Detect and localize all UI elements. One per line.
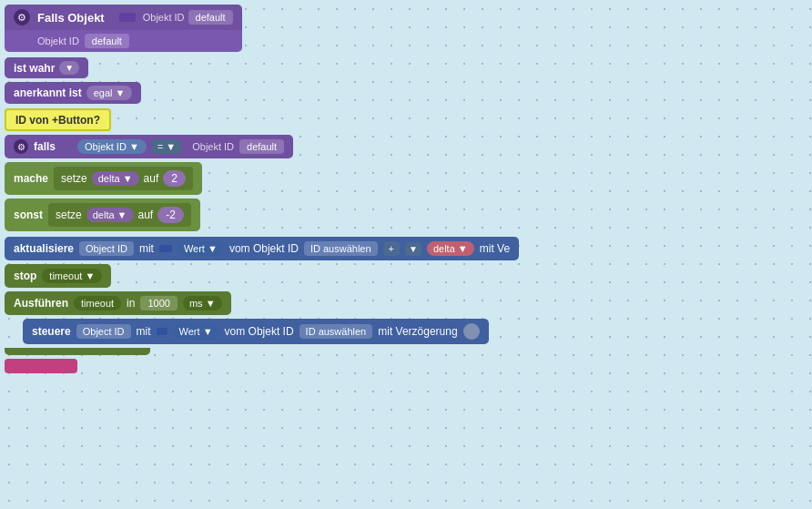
ausfuehren-timeout[interactable]: timeout [74, 296, 121, 310]
sonst-label: sonst [14, 209, 43, 221]
steuere-wert[interactable]: Wert ▼ [173, 324, 219, 339]
aktualisiere-vom: vom Objekt ID [229, 242, 299, 255]
objekt-id-label-1: Objekt ID [143, 12, 185, 23]
steuere-label: steuere [32, 325, 71, 338]
bottom-green-bar [5, 348, 519, 355]
mache-delta[interactable]: delta ▼ [92, 171, 139, 186]
aktualisiere-mit: mit [139, 242, 154, 255]
anerkannt-value[interactable]: egal ▼ [86, 86, 133, 100]
falls-objekt-id-badge[interactable]: Objekt ID ▼ [77, 139, 147, 154]
aktualisiere-mit-ve: mit Ve [480, 242, 510, 255]
aktualisiere-row: aktualisiere Object ID mit Wert ▼ vom Ob… [5, 237, 519, 260]
aktualisiere-id-auswaehlen[interactable]: ID auswählen [304, 241, 378, 256]
aktualisiere-label: aktualisiere [14, 242, 74, 255]
ausfuehren-ms[interactable]: ms ▼ [183, 296, 222, 310]
mache-row: mache setze delta ▼ auf 2 [5, 162, 519, 195]
ausfuehren-label: Ausführen [14, 297, 68, 310]
main-canvas: ⚙ Falls Objekt Objekt ID default Objekt … [5, 5, 519, 373]
stop-row: stop timeout ▼ [5, 264, 519, 288]
mache-label: mache [14, 172, 48, 185]
steuere-row: steuere Object ID mit Wert ▼ vom Objekt … [23, 319, 519, 344]
steuere-mit: mit [137, 325, 151, 338]
falls-eq-badge[interactable]: = ▼ [152, 139, 181, 154]
stop-timeout[interactable]: timeout ▼ [42, 269, 102, 283]
stop-label: stop [14, 270, 36, 282]
gear-icon[interactable]: ⚙ [14, 9, 30, 25]
default-badge-1[interactable]: default [188, 10, 233, 25]
falls-gear-icon[interactable]: ⚙ [14, 139, 28, 154]
anerkannt-label: anerkannt ist [14, 87, 82, 99]
mache-value[interactable]: 2 [163, 170, 186, 187]
sonst-row: sonst setze delta ▼ auf -2 [5, 199, 519, 231]
ausfuehren-row: Ausführen timeout in 1000 ms ▼ [5, 291, 519, 315]
ausfuehren-in: in [127, 297, 135, 310]
steuere-vom: vom Objekt ID [225, 325, 294, 338]
mache-setze: setze [61, 172, 87, 185]
steuere-id-auswaehlen[interactable]: ID auswählen [299, 324, 373, 339]
sonst-delta[interactable]: delta ▼ [86, 208, 134, 222]
ausfuehren-value[interactable]: 1000 [140, 296, 177, 310]
objekt-id-label-2: Objekt ID [37, 36, 79, 46]
steuere-object-id[interactable]: Object ID [76, 324, 131, 339]
sonst-value[interactable]: -2 [157, 207, 184, 223]
sonst-auf: auf [138, 209, 154, 221]
aktualisiere-plus-arrow[interactable]: ▼ [405, 242, 421, 256]
aktualisiere-object-id[interactable]: Object ID [79, 241, 134, 256]
aktualisiere-delta[interactable]: delta ▼ [427, 241, 474, 256]
falls-row: ⚙ falls Objekt ID ▼ = ▼ Objekt ID defaul… [5, 135, 519, 158]
falls-objekt-id-2-label: Objekt ID [192, 141, 234, 152]
aktualisiere-plus[interactable]: + [383, 241, 400, 256]
anerkannt-row: anerkannt ist egal ▼ [5, 82, 519, 104]
tooltip-label: ID von +Button? [15, 114, 100, 127]
falls-objekt-label: Falls Objekt [37, 11, 105, 25]
steuere-mit-verzoegerung: mit Verzögerung [378, 325, 457, 338]
falls-objekt-block: ⚙ Falls Objekt Objekt ID default Objekt … [5, 5, 242, 52]
default-badge-2[interactable]: default [85, 34, 129, 48]
ist-wahr-row: ist wahr ▼ [5, 57, 519, 78]
steuere-circle[interactable] [463, 323, 480, 340]
ist-wahr-label: ist wahr [14, 62, 55, 75]
ist-wahr-dropdown[interactable]: ▼ [59, 61, 79, 75]
falls-label: falls [34, 140, 56, 153]
sonst-setze: setze [56, 209, 82, 221]
tooltip-box: ID von +Button? [5, 108, 519, 131]
falls-default-badge[interactable]: default [239, 139, 284, 154]
aktualisiere-wert[interactable]: Wert ▼ [178, 241, 224, 256]
mache-auf: auf [144, 172, 159, 185]
bottom-pink-bar [5, 359, 519, 373]
